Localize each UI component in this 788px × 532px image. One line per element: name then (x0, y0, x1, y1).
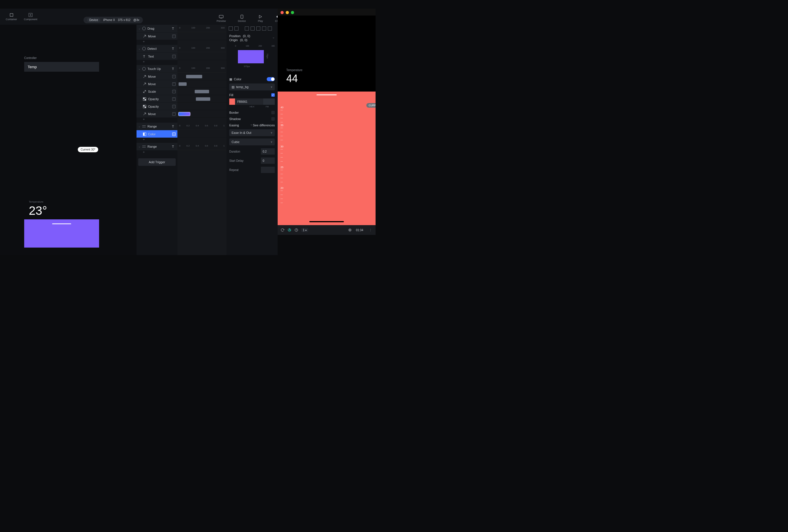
preview-button[interactable]: Preview (213, 13, 229, 24)
fill-checkbox[interactable]: ✓ (271, 93, 275, 97)
text-indicator-icon: T (172, 27, 174, 30)
chevron-down-icon[interactable]: ⌄ (138, 27, 141, 30)
preview-drag-handle[interactable] (317, 95, 337, 95)
record-icon[interactable] (349, 229, 351, 231)
ease-curve-select[interactable]: Cubic ▾ (229, 139, 275, 145)
trigger-row-opacity[interactable]: OpacityT (137, 95, 177, 102)
device-selector[interactable]: Device iPhone X 375 x 812 @3x (83, 17, 143, 23)
see-differences-link[interactable]: ? See differences (251, 123, 275, 127)
scale-tick (280, 190, 283, 191)
trigger-group-range[interactable]: ⌄RangeT (137, 143, 177, 150)
color-enabled-toggle[interactable] (267, 77, 275, 81)
timeline-row[interactable] (177, 87, 226, 95)
fill-sublabel: Fill (259, 105, 275, 108)
close-window-icon[interactable] (280, 11, 284, 14)
inspector-panel: Position(0, 0) Origin(0, 0) ⌄ 0100200300… (226, 25, 278, 255)
alignment-tools[interactable] (226, 25, 278, 32)
device-button[interactable]: Device (234, 13, 250, 24)
add-trigger-button[interactable]: Add Trigger (138, 158, 176, 166)
ease-curve-value: Cubic (232, 140, 240, 144)
trigger-group-label: Touch Up (147, 67, 161, 70)
fill-hex-input[interactable]: FB6661 (235, 99, 263, 105)
layer-select-value: temp_bg (236, 85, 249, 89)
border-checkbox[interactable] (271, 111, 275, 114)
scale-tick (280, 132, 283, 132)
chevron-down-icon[interactable]: ⌄ (138, 47, 141, 50)
trigger-row-move[interactable]: MoveT (137, 73, 177, 80)
timeline-bar[interactable] (196, 97, 210, 101)
trigger-row-color[interactable]: Color– (137, 130, 177, 138)
timeline-row[interactable] (177, 110, 226, 118)
duration-input[interactable] (261, 148, 275, 155)
delay-input[interactable] (261, 158, 275, 164)
zoom-window-icon[interactable] (291, 11, 294, 14)
timeline-tracks[interactable]: 01002003000100200300010020030000.20.40.6… (177, 25, 226, 255)
design-canvas[interactable]: Controller Temp Current 30° Temperature … (0, 25, 137, 255)
timeline-row[interactable] (177, 80, 226, 87)
distribute-h-icon[interactable] (262, 26, 266, 30)
add-action-button[interactable]: + (137, 40, 177, 45)
timeline-row[interactable] (177, 102, 226, 110)
timeline-bar[interactable] (195, 90, 209, 93)
preview-zoom[interactable]: 1 ▾ (301, 228, 308, 232)
layer-icon: ▨ (232, 85, 234, 89)
device-screen[interactable]: Temperature 44 4035302520 CURRENT 40° (278, 16, 376, 225)
timeline-row[interactable] (177, 95, 226, 102)
scale-major: 35 (280, 124, 283, 127)
drag-handle[interactable] (52, 223, 71, 224)
shadow-checkbox[interactable] (271, 117, 275, 121)
more-icon[interactable]: ⋮ (369, 228, 373, 232)
ease-type-select[interactable]: Ease In & Out ▾ (229, 129, 275, 136)
add-action-button[interactable]: + (137, 60, 177, 65)
add-action-button[interactable]: + (137, 150, 177, 156)
repeat-input[interactable] (261, 167, 275, 173)
timeline-row[interactable] (177, 53, 226, 60)
align-bottom-icon[interactable] (256, 26, 260, 30)
trigger-row-text[interactable]: TTextT (137, 53, 177, 60)
align-center-icon[interactable] (234, 26, 238, 30)
fill-swatch[interactable] (229, 99, 235, 105)
chevron-down-icon[interactable]: ⌄ (272, 35, 275, 39)
trigger-row-opacity[interactable]: OpacityT (137, 102, 177, 110)
align-middle-icon[interactable] (251, 26, 255, 30)
align-left-icon[interactable] (229, 26, 233, 30)
timeline-bar[interactable] (186, 75, 202, 78)
clock-icon[interactable] (294, 228, 298, 232)
trigger-row-move[interactable]: MoveT (137, 32, 177, 40)
temp-bg-layer[interactable] (24, 219, 99, 248)
device-model: iPhone X (103, 18, 115, 22)
loop-icon[interactable]: A (288, 228, 292, 232)
trigger-row-scale[interactable]: ScaleT (137, 87, 177, 95)
trigger-row-move[interactable]: MoveT (137, 80, 177, 87)
container-tool[interactable]: Container (2, 12, 20, 22)
layer-select[interactable]: ▨ temp_bg ▾ (229, 83, 275, 90)
timeline-bar[interactable] (179, 112, 190, 116)
mini-rect[interactable] (238, 50, 264, 63)
trigger-row-move[interactable]: MoveT (137, 110, 177, 118)
chevron-down-icon[interactable]: ⌄ (138, 125, 141, 128)
restart-icon[interactable] (280, 228, 284, 232)
timeline-row[interactable] (177, 32, 226, 40)
trigger-group-drag[interactable]: ⌄DragT (137, 25, 177, 32)
timeline-bar[interactable] (179, 82, 186, 86)
controller-input[interactable]: Temp (24, 62, 99, 72)
home-indicator[interactable] (309, 221, 344, 222)
chevron-down-icon[interactable]: ⌄ (138, 145, 141, 148)
align-top-icon[interactable] (245, 26, 249, 30)
add-action-button[interactable]: + (137, 118, 177, 123)
play-button[interactable]: Play (255, 13, 267, 24)
window-traffic-lights[interactable] (280, 11, 294, 14)
current-temp-badge[interactable]: Current 30° (78, 147, 98, 152)
trigger-group-range[interactable]: ⌄RangeT (137, 123, 177, 130)
trigger-group-detect[interactable]: ⌄DetectT (137, 45, 177, 53)
timeline-row[interactable] (177, 73, 226, 80)
trigger-group-touch-up[interactable]: ⌄Touch UpT (137, 65, 177, 73)
fill-mode[interactable] (263, 99, 275, 105)
preview-temp-bg[interactable]: 4035302520 CURRENT 40° (278, 91, 376, 225)
timeline-row[interactable] (177, 130, 226, 138)
component-tool[interactable]: Component (20, 12, 41, 22)
distribute-v-icon[interactable] (268, 26, 272, 30)
add-action-button[interactable]: + (137, 138, 177, 143)
chevron-down-icon[interactable]: ⌄ (138, 67, 141, 70)
minimize-window-icon[interactable] (286, 11, 289, 14)
